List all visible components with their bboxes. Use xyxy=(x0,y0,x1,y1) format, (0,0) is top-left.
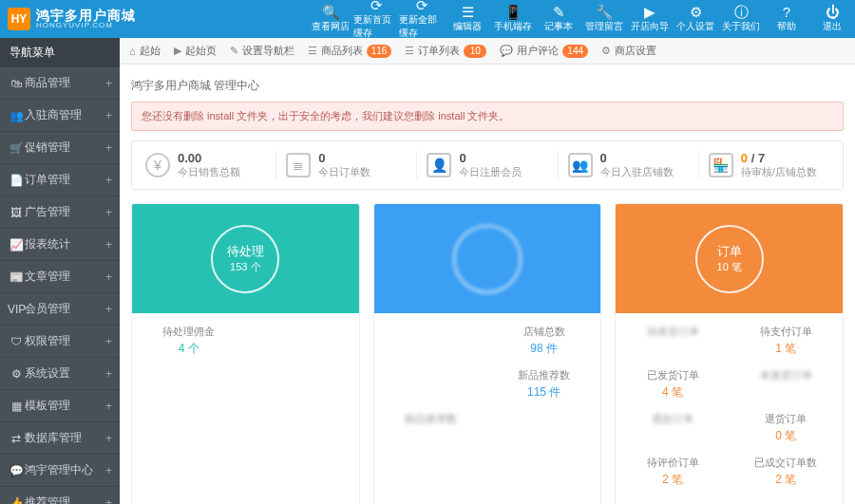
toolbar-label: 起始 xyxy=(140,44,161,58)
sidebar-item[interactable]: 🛡权限管理+ xyxy=(0,326,120,358)
sidebar-item-icon: 📄 xyxy=(8,174,25,187)
expand-icon: + xyxy=(105,77,112,90)
main-content: 鸿宇多用户商城 管理中心 您还没有删除 install 文件夹，出于安全的考虑，… xyxy=(120,65,855,504)
sidebar-item[interactable]: ⚙系统设置+ xyxy=(0,358,120,390)
sidebar-item[interactable]: 💬鸿宇管理中心+ xyxy=(0,455,120,487)
cell-value xyxy=(247,336,356,351)
sidebar-item-label: 会员管理 xyxy=(25,301,70,317)
stat-item: 👤0今日注册会员 xyxy=(417,151,558,179)
toolbar: ⌂起始▶起始页✎设置导航栏☰商品列表116☰订单列表10💬用户评论144⚙商店设… xyxy=(120,38,855,65)
sidebar-item-label: 鸿宇管理中心 xyxy=(25,462,93,478)
toolbar-badge: 144 xyxy=(562,45,588,58)
card-pending-title: 待处理 xyxy=(227,243,264,260)
top-action[interactable]: ⏻退出 xyxy=(809,0,855,40)
top-action-label: 编辑器 xyxy=(453,20,482,33)
sidebar-item-icon: 📈 xyxy=(8,238,25,252)
sidebar-item[interactable]: 📰文章管理+ xyxy=(0,261,120,293)
sidebar-item[interactable]: 👥入驻商管理+ xyxy=(0,100,120,132)
sidebar-item-icon: 👥 xyxy=(8,109,25,122)
card-goods: 店铺总数98 件 新品推荐数115 件精品推荐数 xyxy=(373,203,602,504)
card-cell: 精品推荐数 xyxy=(374,406,487,447)
card-cell: 待支付订单1 笔 xyxy=(730,319,843,363)
sidebar-item[interactable]: 🛒促销管理+ xyxy=(0,132,120,164)
top-action[interactable]: ⓘ关于我们 xyxy=(718,0,764,40)
top-action-icon: 🔍 xyxy=(322,5,340,19)
top-action[interactable]: 📱手机端存 xyxy=(490,0,536,40)
card-cell xyxy=(132,401,245,439)
sidebar-item-label: 推荐管理 xyxy=(25,495,70,504)
sidebar-item-icon: 📰 xyxy=(8,271,25,284)
sidebar-item[interactable]: ▦模板管理+ xyxy=(0,390,120,422)
cell-name: 已成交订单数 xyxy=(732,456,841,470)
sidebar-item[interactable]: ⇄数据库管理+ xyxy=(0,422,120,455)
toolbar-icon: ⚙ xyxy=(601,45,611,57)
top-action-icon: ⓘ xyxy=(734,5,749,19)
top-action[interactable]: ⚙个人设置 xyxy=(673,0,718,40)
toolbar-item[interactable]: ▶起始页 xyxy=(174,44,217,58)
top-action[interactable]: 🔍查看网店 xyxy=(308,0,353,40)
expand-icon: + xyxy=(105,400,112,413)
stat-value: 0 / 7 xyxy=(741,151,817,165)
sidebar-item[interactable]: VIP会员管理+ xyxy=(0,293,120,326)
sidebar-item-label: 模板管理 xyxy=(25,398,70,414)
cell-value xyxy=(376,336,485,351)
sidebar-item-icon: 🛍 xyxy=(8,77,25,90)
cell-name xyxy=(376,453,485,464)
sidebar-item-label: 广告管理 xyxy=(25,204,70,220)
cell-value xyxy=(376,380,485,395)
toolbar-icon: ⌂ xyxy=(129,46,136,57)
toolbar-item[interactable]: ☰订单列表10 xyxy=(405,44,486,58)
cell-value xyxy=(618,426,727,441)
sidebar-item[interactable]: 👍推荐管理+ xyxy=(0,487,120,504)
expand-icon: + xyxy=(105,271,112,284)
toolbar-item[interactable]: ☰商品列表116 xyxy=(308,44,392,58)
card-cell: 店铺总数98 件 xyxy=(487,319,600,363)
sidebar-item[interactable]: 📄订单管理+ xyxy=(0,164,120,196)
brand: HY 鸿宇多用户商城 HONGYUVIP.COM xyxy=(0,8,143,30)
brand-name: 鸿宇多用户商城 xyxy=(36,9,136,22)
cell-value: 2 笔 xyxy=(618,470,727,488)
toolbar-item[interactable]: ⚙商店设置 xyxy=(601,44,656,58)
sidebar-item-label: 商品管理 xyxy=(25,75,70,91)
top-action[interactable]: ⟳更新全部缓存 xyxy=(399,0,445,40)
top-action-label: 手机端存 xyxy=(494,20,532,33)
toolbar-icon: ☰ xyxy=(405,45,414,57)
cell-value xyxy=(489,464,598,479)
card-cell xyxy=(245,439,358,476)
cell-name xyxy=(247,368,356,380)
cell-name: 退款订单 xyxy=(618,412,727,426)
card-orders: 订单 10 笔 待发货订单 待支付订单1 笔已发货订单4 笔未发货订单 退款订单… xyxy=(615,203,844,504)
cell-value: 115 件 xyxy=(489,383,598,401)
card-cell: 待发货订单 xyxy=(616,319,729,363)
cell-name: 未发货订单 xyxy=(732,368,841,383)
cell-value xyxy=(618,339,727,354)
toolbar-item[interactable]: ✎设置导航栏 xyxy=(230,44,294,58)
toolbar-label: 商店设置 xyxy=(615,44,656,58)
top-action[interactable]: ✎记事本 xyxy=(536,0,581,40)
toolbar-item[interactable]: ⌂起始 xyxy=(129,44,161,58)
card-pending: 待处理 153 个 待处理佣金4 个 xyxy=(131,203,360,504)
cell-value: 4 笔 xyxy=(618,383,727,401)
sidebar-item-icon: VIP xyxy=(8,303,25,316)
sidebar-item[interactable]: 🛍商品管理+ xyxy=(0,67,120,100)
top-action[interactable]: ⟳更新首页缓存 xyxy=(353,0,399,40)
top-action-icon: ⟳ xyxy=(416,0,428,12)
cell-value: 0 笔 xyxy=(732,426,841,444)
top-action[interactable]: ▶开店向导 xyxy=(627,0,673,40)
sidebar-item-label: 系统设置 xyxy=(25,365,70,382)
top-action[interactable]: 🔧管理留言 xyxy=(581,0,627,40)
top-action[interactable]: ?帮助 xyxy=(764,0,809,40)
sidebar-item[interactable]: 🖼广告管理+ xyxy=(0,196,120,229)
stat-icon: 👥 xyxy=(568,153,593,177)
sidebar-item-label: 入驻商管理 xyxy=(25,107,82,123)
sidebar-item[interactable]: 📈报表统计+ xyxy=(0,229,120,261)
top-action-icon: ⚙ xyxy=(690,5,702,19)
top-action-icon: ▶ xyxy=(644,5,656,19)
card-cell: 未发货订单 xyxy=(730,363,843,406)
top-action-label: 管理留言 xyxy=(585,20,623,33)
top-action[interactable]: ☰编辑器 xyxy=(445,0,490,40)
stat-value: 0.00 xyxy=(178,151,240,165)
toolbar-item[interactable]: 💬用户评论144 xyxy=(500,44,588,58)
brand-badge: HY xyxy=(8,8,30,30)
cell-name: 待支付订单 xyxy=(732,325,841,339)
